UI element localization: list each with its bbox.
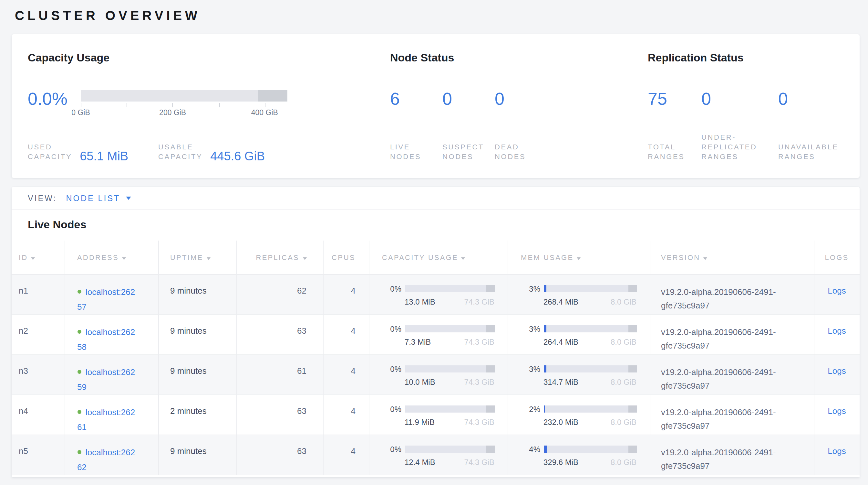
node-capacity-usage-cell: 0% 13.0 MiB74.3 GiB [369, 274, 507, 314]
column-header-version[interactable]: VERSION [650, 240, 814, 274]
mem-pct: 2% [521, 404, 540, 413]
logs-link[interactable]: Logs [828, 366, 846, 375]
mem-pct: 3% [521, 364, 540, 373]
node-logs-cell: Logs [814, 274, 860, 314]
mem-used-value: 268.4 MiB [544, 297, 578, 306]
mem-used-value: 232.0 MiB [544, 418, 578, 426]
mem-used-value: 329.6 MiB [544, 458, 578, 466]
node-cpus: 4 [323, 314, 369, 354]
node-cpus: 4 [323, 434, 369, 475]
node-logs-cell: Logs [814, 395, 860, 434]
total-ranges-count: 75 [648, 89, 702, 109]
logs-link[interactable]: Logs [828, 406, 846, 416]
node-address-link[interactable]: localhost:262 58 [77, 327, 135, 351]
mem-usage-fill [544, 365, 547, 372]
capacity-usage-end-cap [486, 285, 494, 292]
column-header-capacity-usage[interactable]: CAPACITY USAGE [369, 240, 507, 274]
sort-desc-icon [206, 257, 210, 260]
column-header-cpus[interactable]: CPUS [323, 240, 369, 274]
node-replicas: 62 [237, 274, 323, 314]
capacity-used-value: 7.3 MiB [405, 337, 431, 346]
used-capacity-label: USED CAPACITY [28, 142, 72, 162]
logs-link[interactable]: Logs [828, 325, 846, 335]
capacity-pct: 0% [382, 364, 401, 373]
capacity-bar-reserved-segment [258, 90, 288, 102]
capacity-usage-bar [405, 325, 494, 333]
tick-label: 400 GiB [251, 109, 278, 116]
capacity-used-value: 10.0 MiB [405, 377, 435, 387]
unavailable-ranges-count: 0 [778, 89, 839, 109]
column-header-mem-usage[interactable]: MEM USAGE [507, 240, 650, 274]
capacity-bar-axis: 0 GiB 200 GiB 400 GiB [81, 103, 287, 120]
mem-pct: 3% [521, 324, 540, 333]
capacity-bar: 0 GiB 200 GiB 400 GiB [81, 90, 287, 120]
node-version: v19.2.0-alpha.20190606-2491- gfe735c9a97 [650, 434, 814, 475]
node-mem-usage-cell: 4% 329.6 MiB8.0 GiB [507, 434, 650, 475]
replication-status-heading: Replication Status [648, 52, 843, 65]
node-uptime: 9 minutes [158, 274, 237, 314]
capacity-pct: 0% [382, 324, 401, 333]
node-uptime: 9 minutes [158, 434, 237, 475]
mem-usage-bar [544, 285, 637, 292]
node-status-heading: Node Status [390, 52, 648, 65]
capacity-pct: 0% [382, 404, 401, 413]
sort-desc-icon [31, 257, 35, 260]
mem-usage-fill [544, 446, 547, 453]
table-row: n2 localhost:262 58 9 minutes 63 4 0% 7.… [11, 314, 860, 354]
node-live-dot-icon [77, 289, 81, 293]
capacity-usage-end-cap [486, 325, 494, 333]
mem-usage-bar [544, 405, 637, 412]
node-cpus: 4 [323, 274, 369, 314]
column-header-uptime[interactable]: UPTIME [158, 240, 237, 274]
node-address-link[interactable]: localhost:262 62 [77, 447, 135, 472]
mem-usage-end-cap [628, 325, 637, 333]
logs-link[interactable]: Logs [828, 286, 846, 295]
column-header-address[interactable]: ADDRESS [65, 240, 158, 274]
node-address-link[interactable]: localhost:262 61 [77, 407, 135, 432]
capacity-used-value: 11.9 MiB [405, 418, 435, 426]
logs-link[interactable]: Logs [828, 446, 846, 456]
capacity-usage-bar [405, 446, 494, 453]
usable-capacity-stat: USABLE CAPACITY 445.6 GiB [158, 142, 265, 162]
under-replicated-ranges-stat: 0 UNDER- REPLICATED RANGES [702, 89, 778, 162]
tick-mark: 0 GiB [81, 103, 82, 107]
capacity-used-value: 12.4 MiB [405, 458, 435, 466]
dropdown-caret-icon [126, 197, 131, 200]
column-header-id[interactable]: ID [11, 240, 65, 274]
mem-used-value: 314.7 MiB [544, 377, 578, 387]
node-logs-cell: Logs [814, 434, 860, 475]
node-replicas: 63 [237, 434, 323, 475]
tick-label: 200 GiB [159, 109, 186, 116]
mem-total-value: 8.0 GiB [611, 458, 637, 466]
view-bar: VIEW: NODE LIST [11, 187, 860, 210]
live-nodes-label: LIVE NODES [390, 142, 442, 162]
live-nodes-heading: Live Nodes [11, 210, 860, 240]
capacity-total-value: 74.3 GiB [464, 418, 494, 426]
node-capacity-usage-cell: 0% 11.9 MiB74.3 GiB [369, 395, 507, 434]
node-logs-cell: Logs [814, 354, 860, 395]
node-address-cell: localhost:262 59 [65, 354, 158, 395]
mem-total-value: 8.0 GiB [611, 337, 637, 346]
sort-desc-icon [122, 257, 126, 260]
view-selector-dropdown[interactable]: NODE LIST [66, 194, 131, 203]
mem-pct: 3% [521, 284, 540, 293]
cluster-overview-page: CLUSTER OVERVIEW Capacity Usage 0.0% 0 G… [0, 0, 868, 485]
node-address-link[interactable]: localhost:262 59 [77, 367, 135, 392]
column-header-replicas[interactable]: REPLICAS [237, 240, 323, 274]
sort-desc-icon [703, 257, 707, 260]
view-selected-value: NODE LIST [66, 194, 120, 203]
total-ranges-label: TOTAL RANGES [648, 142, 702, 162]
tick-mark: 400 GiB [265, 103, 265, 107]
sort-desc-icon [461, 257, 465, 260]
capacity-total-value: 74.3 GiB [464, 297, 494, 306]
node-uptime: 2 minutes [158, 395, 237, 434]
page-title: CLUSTER OVERVIEW [0, 0, 868, 23]
node-id: n2 [11, 314, 65, 354]
mem-total-value: 8.0 GiB [611, 418, 637, 426]
suspect-nodes-count: 0 [442, 89, 495, 109]
nodes-card: VIEW: NODE LIST Live Nodes ID ADDRESS UP… [11, 187, 860, 477]
capacity-total-value: 74.3 GiB [464, 337, 494, 346]
node-mem-usage-cell: 3% 268.4 MiB8.0 GiB [507, 274, 650, 314]
dead-nodes-stat: 0 DEAD NODES [495, 89, 526, 162]
node-address-link[interactable]: localhost:262 57 [77, 287, 135, 311]
